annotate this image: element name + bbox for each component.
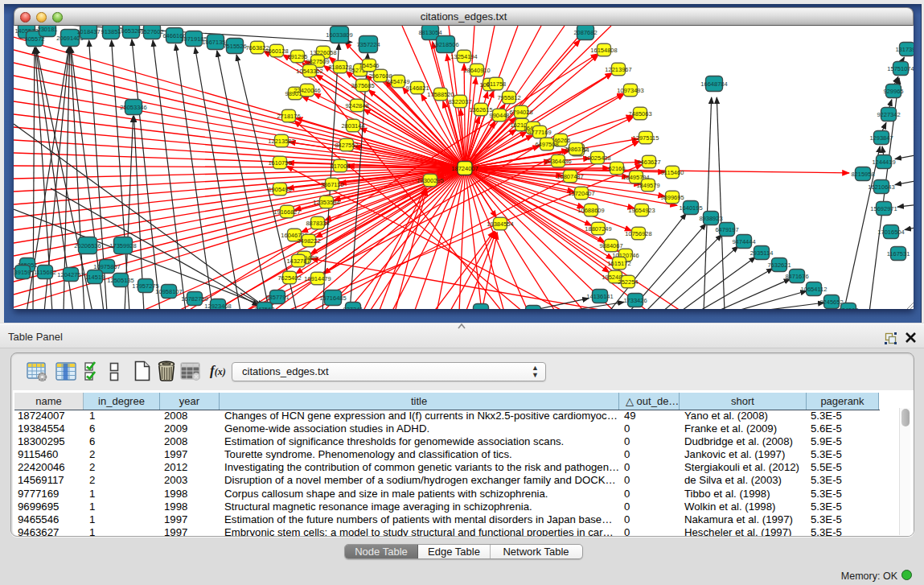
svg-text:16154808: 16154808 [590, 47, 617, 54]
svg-text:18724007: 18724007 [451, 165, 478, 172]
svg-text:8938923: 8938923 [699, 215, 722, 222]
svg-text:1173503: 1173503 [470, 307, 493, 309]
svg-text:14136141: 14136141 [586, 293, 613, 300]
svg-text:154546: 154546 [359, 62, 379, 69]
svg-text:9777169: 9777169 [528, 129, 551, 136]
svg-text:2087682: 2087682 [573, 29, 597, 36]
svg-text:15751074: 15751074 [887, 65, 914, 72]
svg-text:2803144: 2803144 [341, 122, 364, 130]
svg-text:9242848: 9242848 [345, 102, 368, 109]
svg-text:62160: 62160 [609, 165, 626, 172]
svg-text:7357224: 7357224 [356, 41, 380, 48]
svg-text:10958107: 10958107 [155, 288, 182, 295]
svg-text:8878334: 8878334 [306, 220, 329, 227]
svg-text:12042757: 12042757 [57, 271, 84, 278]
svg-text:20691406: 20691406 [56, 35, 83, 42]
svg-text:7986372: 7986372 [564, 146, 587, 153]
svg-text:19384554: 19384554 [487, 220, 513, 228]
svg-text:3498222: 3498222 [297, 237, 320, 245]
svg-text:1527602: 1527602 [140, 28, 163, 35]
svg-text:1849579: 1849579 [636, 182, 659, 189]
svg-text:1640195: 1640195 [679, 204, 702, 212]
svg-text:1244419: 1244419 [872, 159, 895, 166]
svg-text:12353594: 12353594 [313, 199, 339, 206]
svg-text:10654112: 10654112 [801, 286, 827, 293]
svg-text:8813054: 8813054 [418, 29, 441, 36]
svg-text:9115460: 9115460 [661, 169, 684, 176]
svg-text:12213582: 12213582 [268, 138, 294, 145]
svg-text:1293847: 1293847 [869, 134, 893, 142]
svg-text:12975115: 12975115 [633, 134, 659, 142]
svg-text:230181: 230181 [37, 26, 57, 33]
svg-text:7625402: 7625402 [277, 274, 301, 282]
svg-text:9884067: 9884067 [599, 242, 622, 249]
svg-text:7955812: 7955812 [497, 94, 520, 101]
svg-text:10756928: 10756928 [625, 230, 651, 237]
svg-text:1610755: 1610755 [268, 159, 291, 167]
svg-text:8660128: 8660128 [265, 47, 288, 55]
svg-text:18807249: 18807249 [585, 225, 611, 233]
svg-text:9146821: 9146821 [405, 84, 429, 92]
svg-text:9474444: 9474444 [732, 238, 755, 245]
svg-text:827341: 827341 [343, 306, 363, 309]
svg-text:17359928: 17359928 [109, 242, 136, 249]
svg-text:13254194: 13254194 [450, 53, 477, 60]
svg-text:25053346: 25053346 [120, 104, 146, 111]
svg-text:1018437: 1018437 [76, 28, 100, 35]
svg-text:990448: 990448 [489, 112, 509, 119]
svg-text:924502: 924502 [838, 307, 858, 309]
svg-text:16914479: 16914479 [304, 275, 331, 282]
svg-text:12923468: 12923468 [204, 303, 231, 309]
svg-text:947562: 947562 [254, 306, 274, 309]
svg-text:20206536: 20206536 [74, 242, 101, 249]
svg-text:8322037: 8322037 [448, 98, 471, 105]
svg-text:7515526: 7515526 [223, 43, 246, 50]
svg-text:9857791: 9857791 [265, 294, 289, 301]
svg-text:9227342: 9227342 [877, 111, 900, 118]
svg-text:891295: 891295 [287, 53, 307, 60]
svg-text:1167531: 1167531 [887, 250, 910, 257]
svg-text:10807487: 10807487 [556, 173, 583, 180]
svg-text:10975867: 10975867 [93, 263, 120, 270]
svg-text:16033809: 16033809 [326, 31, 352, 39]
svg-text:8471676: 8471676 [785, 273, 808, 280]
svg-text:3675685: 3675685 [351, 82, 374, 89]
svg-text:252254: 252254 [618, 278, 638, 286]
svg-text:10543362: 10543362 [296, 68, 322, 75]
svg-text:9463627: 9463627 [637, 159, 660, 166]
svg-text:20364436: 20364436 [544, 158, 571, 165]
svg-text:7632621: 7632621 [767, 262, 791, 269]
svg-text:2935114: 2935114 [750, 249, 774, 257]
svg-text:1115682: 1115682 [34, 269, 56, 276]
svg-text:12505135: 12505135 [107, 277, 133, 284]
svg-text:16782759: 16782759 [181, 295, 207, 303]
svg-text:10688609: 10688609 [577, 207, 604, 214]
svg-text:19166827: 19166827 [273, 208, 300, 216]
svg-text:6794028: 6794028 [509, 109, 532, 116]
svg-text:22420046: 22420046 [294, 87, 320, 94]
svg-text:6479197: 6479197 [715, 226, 738, 233]
svg-text:8215958: 8215958 [851, 171, 874, 178]
svg-text:6497508: 6497508 [535, 141, 558, 148]
svg-text:1733426: 1733426 [623, 297, 647, 304]
svg-text:1317394: 1317394 [895, 46, 914, 53]
svg-text:9899695: 9899695 [660, 194, 684, 201]
svg-text:929965: 929965 [883, 88, 903, 95]
svg-text:611758: 611758 [487, 80, 506, 88]
svg-text:10025438: 10025438 [584, 154, 610, 162]
svg-text:3867110: 3867110 [321, 181, 344, 188]
svg-text:12213967: 12213967 [605, 66, 631, 73]
svg-text:10973493: 10973493 [617, 87, 643, 94]
svg-text:15716485: 15716485 [319, 295, 346, 302]
svg-text:9827509: 9827509 [306, 58, 329, 65]
svg-text:15720407: 15720407 [568, 190, 594, 197]
svg-text:18300295: 18300295 [417, 177, 443, 184]
svg-text:16210643: 16210643 [868, 183, 894, 191]
svg-text:1432787: 1432787 [286, 257, 310, 265]
svg-text:7485063: 7485063 [628, 110, 651, 117]
svg-text:16648784: 16648784 [700, 80, 727, 88]
svg-text:114519: 114519 [85, 274, 105, 281]
svg-text:1615172: 1615172 [607, 260, 630, 267]
svg-text:19218506: 19218506 [432, 41, 458, 48]
svg-text:39159: 39159 [14, 269, 31, 276]
